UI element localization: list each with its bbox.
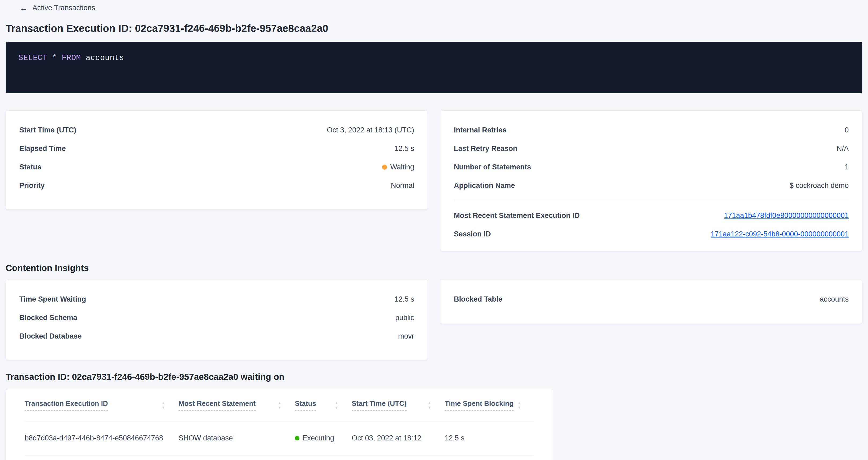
arrow-left-icon: ← [20,4,28,12]
sql-keyword-from: FROM [62,54,81,62]
number-of-statements-label: Number of Statements [454,163,531,171]
internal-retries-label: Internal Retries [454,126,507,134]
column-header-label: Most Recent Statement [179,399,256,411]
blocked-schema-value: public [395,314,414,322]
waiting-on-table-card: Transaction Execution ID ▲▼ Most Recent … [6,389,553,460]
column-header-label: Status [295,399,316,411]
kv-row-priority: Priority Normal [19,181,414,190]
kv-row-number-of-statements: Number of Statements 1 [454,163,849,171]
statement-execution-id-label: Most Recent Statement Execution ID [454,212,580,220]
sql-keyword-select: SELECT [19,54,47,62]
summary-card-right: Internal Retries 0 Last Retry Reason N/A… [440,111,862,251]
kv-row-blocked-table: Blocked Table accounts [454,295,849,303]
waiting-on-table-header: Transaction Execution ID ▲▼ Most Recent … [25,389,534,421]
column-header-transaction-execution-id[interactable]: Transaction Execution ID ▲▼ [25,399,179,411]
kv-row-last-retry-reason: Last Retry Reason N/A [454,144,849,153]
priority-label: Priority [19,182,45,190]
cell-transaction-execution-id: b8d7d03a-d497-446b-8474-e50846674768 [25,434,179,442]
table-row: b8d7d03a-d497-446b-8474-e50846674768 SHO… [25,421,534,455]
back-link-label: Active Transactions [32,4,95,12]
kv-row-statement-execution-id: Most Recent Statement Execution ID 171aa… [454,211,849,220]
back-to-active-transactions-link[interactable]: ← Active Transactions [20,4,95,12]
status-text: Executing [302,434,334,442]
kv-row-status: Status Waiting [19,163,414,171]
status-badge: Waiting [382,163,414,171]
column-header-label: Transaction Execution ID [25,399,108,411]
sql-identifier: accounts [86,54,124,62]
elapsed-time-label: Elapsed Time [19,145,66,153]
column-header-start-time[interactable]: Start Time (UTC) ▲▼ [352,399,445,411]
internal-retries-value: 0 [845,126,849,134]
last-retry-reason-label: Last Retry Reason [454,145,517,153]
session-id-link[interactable]: 171aa122-c092-54b8-0000-000000000001 [711,230,849,238]
application-name-label: Application Name [454,182,515,190]
number-of-statements-value: 1 [845,163,849,171]
blocked-database-label: Blocked Database [19,332,82,340]
status-label: Status [19,163,41,171]
transaction-details-page: ← Active Transactions Transaction Execut… [0,0,868,460]
kv-row-blocked-schema: Blocked Schema public [19,313,414,322]
status-value: Waiting [390,163,414,171]
blocked-database-value: movr [398,332,414,340]
cell-time-spent-blocking: 12.5 s [445,434,534,442]
kv-row-time-spent-waiting: Time Spent Waiting 12.5 s [19,295,414,303]
column-header-time-spent-blocking[interactable]: Time Spent Blocking ▲▼ [445,399,534,411]
session-id-label: Session ID [454,230,491,238]
kv-row-application-name: Application Name $ cockroach demo [454,181,849,190]
sort-icon: ▲▼ [517,401,521,409]
sort-icon: ▲▼ [335,401,338,409]
blocked-table-value: accounts [820,295,849,303]
cell-status: Executing [295,434,352,442]
page-title: Transaction Execution ID: 02ca7931-f246-… [6,23,862,34]
start-time-value: Oct 3, 2022 at 18:13 (UTC) [327,126,414,134]
kv-row-start-time: Start Time (UTC) Oct 3, 2022 at 18:13 (U… [19,126,414,134]
priority-value: Normal [391,182,414,190]
last-retry-reason-value: N/A [837,145,849,153]
time-spent-waiting-value: 12.5 s [394,295,414,303]
sort-icon: ▲▼ [278,401,281,409]
waiting-on-heading: Transaction ID: 02ca7931-f246-469b-b2fe-… [6,372,862,382]
column-header-label: Time Spent Blocking [445,399,514,411]
kv-row-elapsed-time: Elapsed Time 12.5 s [19,144,414,153]
status-waiting-dot-icon [382,164,387,170]
contention-insights-heading: Contention Insights [6,263,862,273]
sql-statement: SELECT * FROM accounts [19,54,124,62]
summary-cards: Start Time (UTC) Oct 3, 2022 at 18:13 (U… [6,111,862,251]
contention-card-right: Blocked Table accounts [440,280,862,324]
cell-start-time: Oct 03, 2022 at 18:12 [352,434,445,442]
sql-star: * [52,54,57,62]
sort-icon: ▲▼ [161,401,165,409]
contention-card-left: Time Spent Waiting 12.5 s Blocked Schema… [6,280,428,360]
column-header-label: Start Time (UTC) [352,399,407,411]
application-name-value: $ cockroach demo [789,182,849,190]
time-spent-waiting-label: Time Spent Waiting [19,295,86,303]
contention-cards: Time Spent Waiting 12.5 s Blocked Schema… [6,280,862,360]
status-executing-dot-icon [295,436,300,440]
cell-most-recent-statement: SHOW database [179,434,295,442]
column-header-status[interactable]: Status ▲▼ [295,399,352,411]
sort-icon: ▲▼ [428,401,431,409]
back-bar: ← Active Transactions [6,0,862,12]
sql-statement-box: SELECT * FROM accounts [6,42,862,93]
summary-card-left: Start Time (UTC) Oct 3, 2022 at 18:13 (U… [6,111,428,210]
column-header-most-recent-statement[interactable]: Most Recent Statement ▲▼ [179,399,295,411]
kv-row-blocked-database: Blocked Database movr [19,332,414,340]
blocked-schema-label: Blocked Schema [19,314,77,322]
elapsed-time-value: 12.5 s [394,145,414,153]
blocked-table-label: Blocked Table [454,295,502,303]
kv-row-session-id: Session ID 171aa122-c092-54b8-0000-00000… [454,230,849,238]
start-time-label: Start Time (UTC) [19,126,76,134]
kv-row-internal-retries: Internal Retries 0 [454,126,849,134]
statement-execution-id-link[interactable]: 171aa1b478fdf0e80000000000000001 [724,212,849,220]
